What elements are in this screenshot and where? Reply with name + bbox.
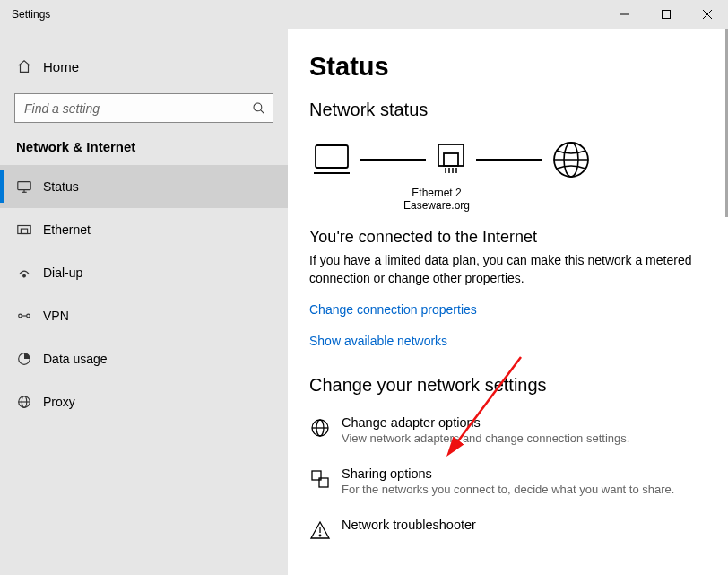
svg-point-12	[19, 314, 22, 318]
datausage-icon	[16, 351, 43, 367]
sidebar-item-label: VPN	[43, 309, 69, 323]
computer-icon	[313, 143, 351, 177]
minimize-button[interactable]	[604, 0, 646, 29]
sidebar-item-label: Proxy	[43, 395, 75, 409]
sidebar-item-ethernet[interactable]: Ethernet	[0, 208, 288, 251]
sidebar-item-label: Data usage	[43, 352, 108, 366]
svg-line-5	[261, 109, 264, 113]
ethernet-icon	[16, 222, 43, 238]
svg-point-11	[23, 274, 26, 277]
home-label: Home	[43, 59, 79, 74]
sidebar-item-label: Ethernet	[43, 222, 91, 237]
svg-rect-9	[18, 226, 30, 234]
search-box[interactable]	[14, 93, 273, 123]
change-network-settings-heading: Change your network settings	[309, 375, 706, 396]
option-title: Network troubleshooter	[342, 518, 476, 532]
sharing-icon	[309, 466, 342, 490]
sidebar-item-datausage[interactable]: Data usage	[0, 337, 288, 380]
svg-rect-1	[663, 11, 671, 19]
sidebar-item-label: Status	[43, 179, 79, 194]
nic-icon	[435, 143, 467, 177]
dialup-icon	[16, 265, 43, 281]
home-icon	[16, 58, 43, 74]
option-title: Change adapter options	[342, 415, 629, 430]
adapter-name: Ethernet 2	[403, 187, 471, 199]
connection-line	[360, 159, 426, 161]
sidebar-item-proxy[interactable]: Proxy	[0, 380, 288, 423]
option-title: Sharing options	[342, 466, 674, 481]
annotation-arrow	[431, 350, 539, 475]
content-area: Status Network status Ethernet 2 Easewar…	[288, 29, 728, 575]
network-labels: Ethernet 2 Easeware.org	[309, 187, 471, 212]
svg-rect-10	[21, 229, 27, 233]
svg-point-4	[254, 103, 262, 111]
svg-rect-22	[444, 153, 458, 166]
vpn-icon	[16, 308, 43, 324]
connection-line	[476, 159, 542, 161]
link-show-available-networks[interactable]: Show available networks	[309, 334, 447, 348]
option-troubleshooter[interactable]: Network troubleshooter	[309, 518, 706, 541]
globe-icon	[309, 415, 342, 439]
option-desc: For the networks you connect to, decide …	[342, 483, 674, 496]
home-button[interactable]: Home	[0, 48, 288, 84]
search-input[interactable]	[14, 93, 273, 123]
svg-point-13	[27, 314, 30, 318]
svg-rect-19	[316, 145, 348, 168]
svg-point-36	[319, 535, 321, 536]
titlebar: Settings	[0, 0, 728, 29]
close-icon	[703, 10, 712, 19]
sidebar: Home Network & Internet Status Ethernet	[0, 29, 288, 575]
svg-rect-21	[438, 144, 464, 166]
sidebar-item-dialup[interactable]: Dial-up	[0, 251, 288, 294]
link-change-connection-properties[interactable]: Change connection properties	[309, 302, 477, 317]
minimize-icon	[620, 10, 629, 19]
option-desc: View network adapters and change connect…	[342, 431, 629, 445]
page-title: Status	[309, 52, 706, 82]
sidebar-item-label: Dial-up	[43, 266, 82, 280]
sidebar-item-vpn[interactable]: VPN	[0, 294, 288, 337]
option-change-adapter[interactable]: Change adapter options View network adap…	[309, 415, 706, 445]
search-icon	[252, 101, 266, 116]
status-icon	[16, 179, 43, 195]
window-controls	[604, 0, 728, 29]
maximize-icon	[662, 10, 671, 19]
maximize-button[interactable]	[646, 0, 687, 29]
svg-rect-6	[18, 182, 30, 190]
close-button[interactable]	[687, 0, 728, 29]
network-diagram	[309, 140, 706, 179]
globe-icon	[551, 140, 591, 179]
sidebar-item-status[interactable]: Status	[0, 165, 288, 208]
network-status-heading: Network status	[309, 100, 706, 120]
warning-icon	[309, 518, 342, 541]
option-sharing[interactable]: Sharing options For the networks you con…	[309, 466, 706, 496]
domain-name: Easeware.org	[403, 199, 471, 212]
sidebar-section-header: Network & Internet	[0, 139, 288, 165]
window-title: Settings	[0, 8, 50, 21]
scrollbar[interactable]	[724, 29, 728, 575]
proxy-icon	[16, 394, 43, 410]
connected-title: You're connected to the Internet	[309, 228, 706, 247]
connected-desc: If you have a limited data plan, you can…	[309, 252, 695, 287]
